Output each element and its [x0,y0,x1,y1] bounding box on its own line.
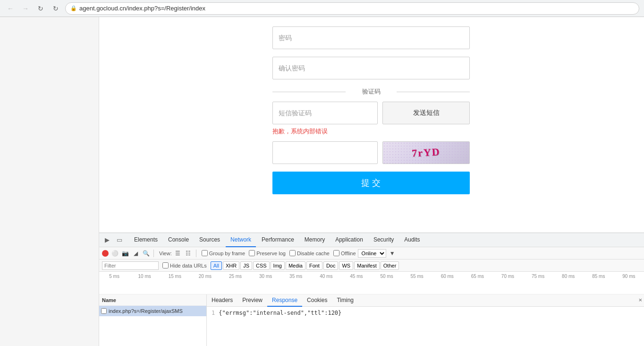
group-by-frame-checkbox[interactable] [202,250,208,256]
password-input[interactable] [272,26,470,49]
offline-checkbox[interactable] [333,250,339,256]
filter-tag-css[interactable]: CSS [253,261,270,270]
resp-tab-cookies[interactable]: Cookies [302,294,332,307]
response-content: 1{"errmsg":"internal-send","ttl":120} [207,307,644,346]
page-content: 验证码 发送短信 抱歉，系统内部错误 7ryd [99,17,644,346]
stop-button[interactable]: ↻ [50,3,61,14]
search-icon[interactable]: 🔍 [142,249,150,258]
timeline-area: 5 ms 10 ms 15 ms 20 ms 25 ms 30 ms 35 ms… [99,272,644,294]
devtools-icon-group: ▶ ▭ [102,235,125,245]
tab-audits[interactable]: Audits [399,233,424,247]
camera-button[interactable]: 📷 [121,249,129,258]
filter-tag-font[interactable]: Font [306,261,322,270]
offline-group: Offline [333,250,356,256]
resp-tab-timing[interactable]: Timing [332,294,358,307]
offline-label: Offline [341,251,356,256]
sms-code-input[interactable] [272,102,378,124]
tab-sources[interactable]: Sources [195,233,225,247]
separator [153,250,154,257]
resp-tab-preview[interactable]: Preview [237,294,267,307]
reload-button[interactable]: ↻ [35,3,46,14]
clear-button[interactable]: ⚪ [110,249,119,258]
sms-row: 发送短信 [272,102,470,124]
forward-button[interactable]: → [20,3,31,14]
filter-tag-all[interactable]: All [211,261,222,270]
lock-icon: 🔒 [70,5,77,11]
grouped-view-icon[interactable]: ☷ [184,249,193,258]
file-list-item[interactable]: index.php?s=/Register/ajaxSMS [99,306,206,316]
tl-20ms: 20 ms [190,274,220,279]
filter-tag-js[interactable]: JS [240,261,252,270]
filter-tag-doc[interactable]: Doc [323,261,339,270]
disable-cache-group: Disable cache [289,250,330,256]
resp-tab-response[interactable]: Response [267,294,302,307]
filter-tag-img[interactable]: Img [271,261,285,270]
network-toolbar: ⚪ 📷 ◢ 🔍 View: ☰ ☷ Group by frame Preserv… [99,247,644,260]
filter-tag-ws[interactable]: WS [339,261,353,270]
devtools-tab-bar: ▶ ▭ Elements Console Sources Network Per… [99,233,644,247]
form-container: 验证码 发送短信 抱歉，系统内部错误 7ryd [272,26,471,204]
tab-elements[interactable]: Elements [129,233,162,247]
separator2 [196,250,196,257]
disable-cache-checkbox[interactable] [289,250,296,256]
tab-application[interactable]: Application [330,233,368,247]
send-sms-button[interactable]: 发送短信 [382,102,470,124]
tab-network[interactable]: Network [226,233,256,247]
tl-35ms: 35 ms [281,274,311,279]
group-by-frame-group: Group by frame [202,250,245,256]
throttle-select[interactable]: Online [358,249,386,258]
filter-tag-other[interactable]: Other [381,261,399,270]
form-area: 验证码 发送短信 抱歉，系统内部错误 7ryd [99,17,644,233]
file-checkbox[interactable] [101,308,107,314]
name-column-header: Name [99,294,119,305]
filter-input[interactable] [102,261,159,270]
list-view-icon[interactable]: ☰ [174,249,182,258]
tl-40ms: 40 ms [311,274,341,279]
response-tab-bar: × Headers Preview Response Cookies Timin… [207,294,644,307]
devtools-panel: ▶ ▭ Elements Console Sources Network Per… [99,233,644,346]
inspect-element-icon[interactable]: ▶ [102,235,112,245]
response-text: {"errmsg":"internal-send","ttl":120} [219,310,341,316]
confirm-password-input[interactable] [272,57,470,79]
tl-80ms: 80 ms [553,274,584,279]
captcha-image-text: 7rYD [412,146,441,159]
preserve-log-checkbox[interactable] [249,250,255,256]
submit-button[interactable]: 提 交 [272,172,470,194]
filter-tag-xhr[interactable]: XHR [223,261,239,270]
tl-90ms: 90 ms [614,274,644,279]
bottom-panels: Name index.php?s=/Register/ajaxSMS × Hea… [99,294,644,346]
device-toolbar-icon[interactable]: ▭ [114,235,125,245]
close-response-button[interactable]: × [638,296,642,303]
tl-50ms: 50 ms [372,274,402,279]
line-number: 1 [212,310,215,316]
captcha-text-input[interactable]: 7ryd [272,141,378,164]
error-message: 抱歉，系统内部错误 [272,127,470,136]
filter-tag-media[interactable]: Media [286,261,305,270]
tab-memory[interactable]: Memory [300,233,330,247]
timeline-labels: 5 ms 10 ms 15 ms 20 ms 25 ms 30 ms 35 ms… [99,274,644,279]
hide-data-urls-checkbox[interactable] [162,262,169,268]
tl-5ms: 5 ms [99,274,129,279]
file-name: index.php?s=/Register/ajaxSMS [109,308,183,314]
tl-60ms: 60 ms [432,274,462,279]
captcha-image[interactable]: 7rYD [382,141,470,164]
files-panel: Name index.php?s=/Register/ajaxSMS [99,294,207,346]
tab-performance[interactable]: Performance [257,233,299,247]
response-panel: × Headers Preview Response Cookies Timin… [207,294,644,346]
left-sidebar [0,17,99,346]
resp-tab-headers[interactable]: Headers [207,294,237,307]
tl-15ms: 15 ms [160,274,190,279]
filter-icon[interactable]: ◢ [131,249,140,258]
view-label: View: [159,251,172,256]
main-layout: 验证码 发送短信 抱歉，系统内部错误 7ryd [0,17,644,346]
record-button[interactable] [102,250,109,257]
hide-data-urls-group: Hide data URLs [162,262,207,268]
tl-75ms: 75 ms [523,274,553,279]
filter-toolbar: Hide data URLs All XHR JS CSS Img Media … [99,260,644,272]
filter-tag-manifest[interactable]: Manifest [354,261,380,270]
tl-25ms: 25 ms [220,274,250,279]
throttle-dropdown-icon[interactable]: ▼ [388,249,397,258]
tab-security[interactable]: Security [369,233,398,247]
back-button[interactable]: ← [5,3,16,14]
tab-console[interactable]: Console [163,233,194,247]
